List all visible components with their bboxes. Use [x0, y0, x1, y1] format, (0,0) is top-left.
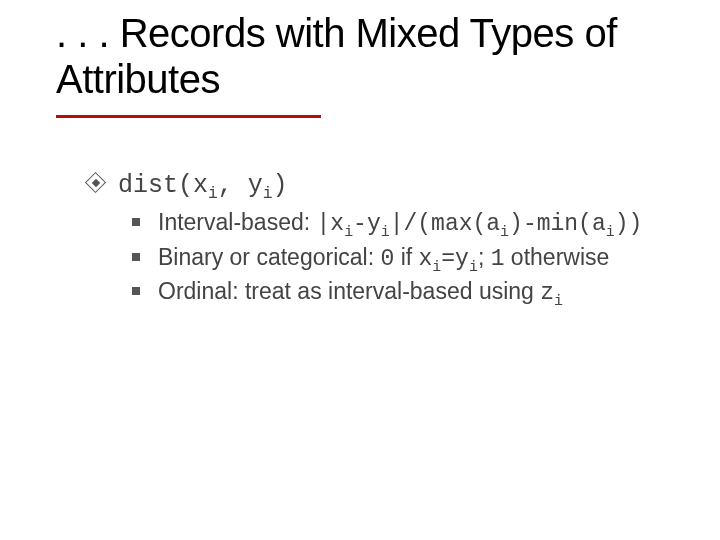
item-text: Interval-based: |xi-yi|/(max(ai)-min(ai)… — [158, 209, 642, 235]
square-icon — [132, 218, 140, 226]
t: z — [540, 280, 554, 306]
sub: i — [606, 224, 615, 240]
t: =y — [441, 246, 469, 272]
t: Binary or categorical: — [158, 244, 380, 270]
t: if — [394, 244, 418, 270]
item-text: Ordinal: treat as interval-based using z… — [158, 278, 563, 304]
list-item: Interval-based: |xi-yi|/(max(ai)-min(ai)… — [132, 207, 668, 239]
t: dist(x — [118, 171, 208, 200]
square-icon — [132, 253, 140, 261]
sub: i — [500, 224, 509, 240]
sub: i — [344, 224, 353, 240]
t: )) — [615, 211, 643, 237]
list-item: Binary or categorical: 0 if xi=yi; 1 oth… — [132, 242, 668, 274]
sub: i — [208, 184, 218, 203]
t: ) — [273, 171, 288, 200]
square-icon — [132, 287, 140, 295]
sub: i — [432, 258, 441, 274]
title-underline — [56, 115, 321, 118]
diamond-icon — [88, 175, 103, 190]
lvl2-list: Interval-based: |xi-yi|/(max(ai)-min(ai)… — [132, 207, 668, 308]
t: 1 — [491, 246, 505, 272]
t: Interval-based: — [158, 209, 317, 235]
t: , y — [218, 171, 263, 200]
t: otherwise — [504, 244, 609, 270]
t: -y — [353, 211, 381, 237]
dist-expr: dist(xi, yi) — [118, 171, 288, 200]
list-item: Ordinal: treat as interval-based using z… — [132, 276, 668, 308]
t: 0 — [380, 246, 394, 272]
t: ; — [478, 244, 491, 270]
t: x — [419, 246, 433, 272]
sub: i — [381, 224, 390, 240]
t: |x — [317, 211, 345, 237]
sub: i — [554, 293, 563, 309]
item-text: Binary or categorical: 0 if xi=yi; 1 oth… — [158, 244, 609, 270]
sub: i — [263, 184, 273, 203]
t: Ordinal: treat as interval-based using — [158, 278, 540, 304]
sub: i — [469, 258, 478, 274]
page-title: . . . Records with Mixed Types of Attrib… — [56, 10, 666, 102]
slide: . . . Records with Mixed Types of Attrib… — [0, 0, 720, 540]
bullet-lvl1: dist(xi, yi) — [88, 168, 668, 201]
body-container: dist(xi, yi) Interval-based: |xi-yi|/(ma… — [88, 168, 668, 310]
t: )-min(a — [509, 211, 606, 237]
t: |/(max(a — [390, 211, 500, 237]
